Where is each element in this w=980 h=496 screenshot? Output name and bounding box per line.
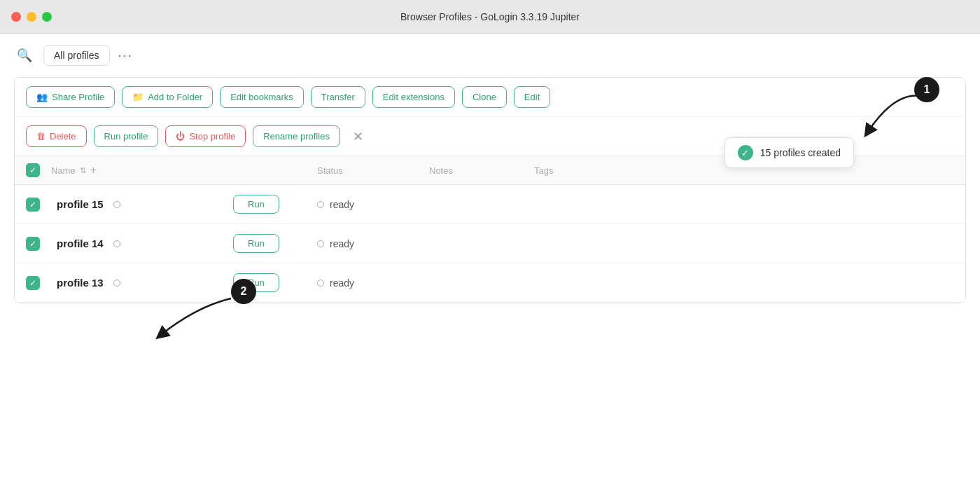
delete-icon: 🗑 <box>36 131 46 142</box>
annotation-1: 1 <box>914 77 939 102</box>
title-bar: Browser Profiles - GoLogin 3.3.19 Jupite… <box>0 0 980 34</box>
run-profile-button[interactable]: Run profile <box>94 125 159 147</box>
status-column-header: Status <box>317 165 343 176</box>
fullscreen-traffic-light[interactable] <box>42 12 52 22</box>
notification-check-icon: ✓ <box>738 145 753 160</box>
share-profile-button[interactable]: 👥 Share Profile <box>26 86 115 108</box>
row-checkbox-0[interactable]: ✓ <box>26 198 40 212</box>
table-row: ✓ profile 13 Run ready <box>15 263 965 303</box>
transfer-button[interactable]: Transfer <box>311 86 365 108</box>
add-to-folder-button[interactable]: 📁 Add to Folder <box>122 86 213 108</box>
profile-name-2: profile 13 <box>57 277 104 289</box>
clone-button[interactable]: Clone <box>462 86 507 108</box>
notification-text: 15 profiles created <box>760 147 841 158</box>
notification-toast: ✓ 15 profiles created <box>724 137 854 168</box>
profile-name-1: profile 14 <box>57 237 104 249</box>
status-text-1: ready <box>330 238 354 249</box>
rename-profiles-button[interactable]: Rename profiles <box>253 125 340 147</box>
edit-extensions-button[interactable]: Edit extensions <box>372 86 455 108</box>
row-checkbox-2[interactable]: ✓ <box>26 276 40 290</box>
profile-status-dot-0 <box>113 201 120 208</box>
profile-name-0: profile 15 <box>57 198 104 210</box>
table-row: ✓ profile 15 Run ready <box>15 185 965 224</box>
search-button[interactable]: 🔍 <box>14 45 35 66</box>
check-icon: ✓ <box>29 165 36 175</box>
action-row-1: 👥 Share Profile 📁 Add to Folder Edit boo… <box>15 78 965 117</box>
delete-button[interactable]: 🗑 Delete <box>26 125 87 147</box>
edit-button[interactable]: Edit <box>514 86 550 108</box>
row-checkbox-1[interactable]: ✓ <box>26 237 40 251</box>
notes-column-header: Notes <box>429 165 453 176</box>
edit-bookmarks-button[interactable]: Edit bookmarks <box>220 86 304 108</box>
status-indicator-2 <box>317 280 324 287</box>
table-row: ✓ profile 14 Run ready <box>15 224 965 263</box>
folder-icon: 📁 <box>132 92 144 102</box>
more-options-button[interactable]: ··· <box>118 48 133 63</box>
profile-status-dot-1 <box>113 240 120 247</box>
stop-profile-button[interactable]: ⏻ Stop profile <box>165 125 246 147</box>
stop-icon: ⏻ <box>176 131 185 142</box>
close-traffic-light[interactable] <box>11 12 21 22</box>
status-text-2: ready <box>330 277 354 289</box>
all-profiles-button[interactable]: All profiles <box>43 45 110 66</box>
check-icon: ✓ <box>29 200 36 209</box>
name-column-header: Name <box>51 165 76 176</box>
main-content: 🔍 All profiles ··· 👥 Share Profile 📁 Add… <box>0 34 980 496</box>
run-button-0[interactable]: Run <box>233 195 279 214</box>
profile-status-dot-2 <box>113 280 120 287</box>
run-button-1[interactable]: Run <box>233 234 279 253</box>
sort-icon[interactable]: ⇅ <box>80 166 86 175</box>
tags-column-header: Tags <box>534 165 553 176</box>
annotation-2: 2 <box>231 279 256 304</box>
close-actions-button[interactable]: ✕ <box>347 126 369 147</box>
share-icon: 👥 <box>36 92 48 102</box>
check-icon: ✓ <box>29 239 36 249</box>
status-indicator-0 <box>317 201 324 208</box>
top-nav: 🔍 All profiles ··· <box>0 34 980 71</box>
add-column-icon[interactable]: + <box>90 164 97 177</box>
minimize-traffic-light[interactable] <box>27 12 36 22</box>
status-indicator-1 <box>317 240 324 247</box>
window-title: Browser Profiles - GoLogin 3.3.19 Jupite… <box>400 11 580 22</box>
profiles-card: 👥 Share Profile 📁 Add to Folder Edit boo… <box>14 77 966 303</box>
search-icon: 🔍 <box>17 48 32 62</box>
status-text-0: ready <box>330 199 354 210</box>
traffic-lights <box>11 12 52 22</box>
check-icon: ✓ <box>29 278 36 288</box>
select-all-checkbox[interactable]: ✓ <box>26 163 40 177</box>
